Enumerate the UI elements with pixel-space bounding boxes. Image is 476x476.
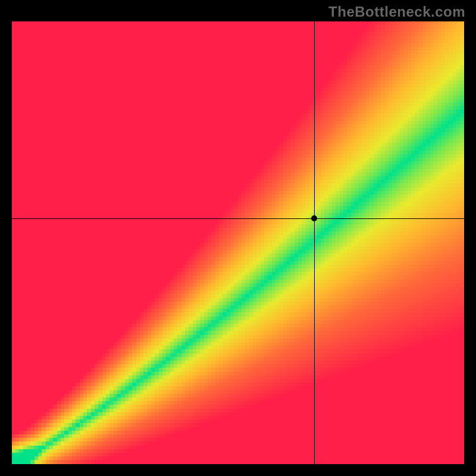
crosshair-marker-dot — [311, 215, 317, 221]
crosshair-horizontal — [12, 218, 464, 219]
chart-frame: TheBottleneck.com — [0, 0, 476, 476]
crosshair-vertical — [314, 21, 315, 464]
watermark-text: TheBottleneck.com — [328, 4, 465, 20]
heatmap-canvas — [12, 21, 464, 464]
plot-area — [12, 21, 464, 464]
